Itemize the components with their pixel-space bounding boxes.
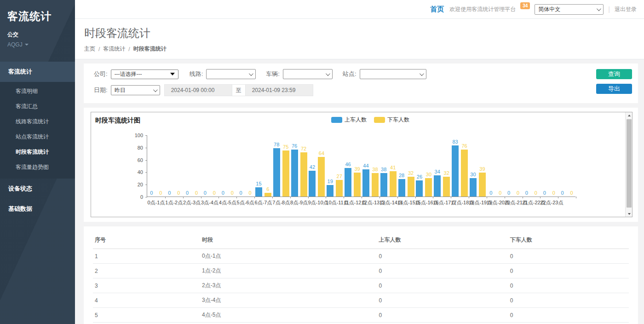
sidebar-logo-area: 客流统计 公交 AQGJ [0, 0, 75, 53]
bar-group: 7672 [290, 135, 308, 197]
bar [416, 180, 423, 197]
bar [282, 150, 289, 197]
bar-column: 0 [201, 191, 208, 197]
chevron-down-icon [419, 71, 424, 76]
table-header-cell: 下车人数 [508, 232, 629, 249]
bar-value-label: 76 [461, 144, 467, 149]
breadcrumb: 主页/客流统计/时段客流统计 [84, 45, 635, 53]
bar-value-label: 0 [231, 191, 234, 196]
bar-group: 1927 [326, 135, 344, 197]
legend-item[interactable]: 上车人数 [331, 116, 367, 124]
chart-legend: 上车人数下车人数 [331, 116, 409, 124]
table-cell: 5 [93, 308, 200, 323]
bar-value-label: 0 [507, 191, 510, 196]
breadcrumb-item[interactable]: 主页 [84, 45, 95, 53]
scrollbar-up-arrow[interactable] [626, 112, 632, 118]
date-to-input[interactable]: 2024-01-09 23:59 [246, 85, 313, 96]
bar-column: 64 [318, 151, 325, 197]
sidebar-item-device-status[interactable]: 设备状态 [0, 179, 75, 199]
x-axis-tick [523, 197, 523, 198]
bar-group: 3841 [380, 135, 397, 197]
date-preset-select[interactable]: 昨日 [111, 85, 160, 95]
bar-group: 00 [540, 135, 558, 197]
content: 公司: ---请选择--- 线路: 车辆: 站点: [75, 59, 644, 324]
breadcrumb-item[interactable]: 客流统计 [103, 45, 125, 53]
bar-value-label: 75 [283, 145, 288, 150]
bar-value-label: 0 [168, 191, 171, 196]
bar-value-label: 0 [249, 191, 252, 196]
table-cell: 0 [508, 293, 629, 308]
bar-column: 0 [541, 191, 548, 197]
home-link[interactable]: 首页 [430, 5, 444, 14]
sidebar-subitem[interactable]: 线路客流统计 [0, 114, 75, 129]
bar [291, 150, 298, 197]
filter-row-1: 公司: ---请选择--- 线路: 车辆: 站点: [94, 69, 632, 79]
bar-value-label: 0 [552, 191, 555, 196]
bar-value-label: 27 [337, 174, 342, 179]
company-select[interactable]: ---请选择--- [111, 69, 178, 79]
legend-item[interactable]: 下车人数 [374, 116, 409, 124]
sidebar-subitem[interactable]: 客流汇总 [0, 99, 75, 114]
x-axis-label: 14点-15点 [397, 199, 415, 206]
date-label: 日期: [94, 86, 108, 94]
chart-scrollbar[interactable] [625, 112, 632, 217]
vehicle-select[interactable] [283, 69, 333, 79]
table-cell: 0点-1点 [200, 249, 377, 264]
bar-value-label: 0 [186, 191, 189, 196]
sidebar-nav: 客流统计 客流明细客流汇总线路客流统计站点客流统计时段客流统计客流量趋势图 设备… [0, 62, 75, 219]
table-cell: 6 [93, 323, 200, 324]
bar [362, 169, 369, 197]
scrollbar-thumb[interactable] [627, 119, 632, 208]
x-axis-label: 9点-10点 [308, 199, 326, 206]
sidebar-subitem[interactable]: 站点客流统计 [0, 129, 75, 145]
sidebar-subitem[interactable]: 客流明细 [0, 84, 75, 99]
topbar-divider: | [608, 6, 610, 13]
bar-value-label: 78 [274, 142, 279, 147]
sidebar-subitem[interactable]: 时段客流统计 [0, 145, 75, 160]
bar [354, 173, 361, 197]
bar-column: 38 [372, 167, 379, 197]
sidebar-subitem[interactable]: 客流量趋势图 [0, 160, 75, 175]
sidebar-item-base-data[interactable]: 基础数据 [0, 199, 75, 219]
scrollbar-down-arrow[interactable] [626, 211, 632, 217]
x-axis-tick [558, 197, 558, 198]
table-row: 65点-6点00 [93, 323, 629, 324]
language-select[interactable]: 简体中文 [535, 4, 604, 15]
bar [408, 177, 414, 197]
sidebar-item-passenger-stats[interactable]: 客流统计 [0, 62, 75, 82]
x-axis-label: 13点-14点 [380, 199, 397, 206]
filter-row-2: 日期: 昨日 2024-01-09 00:00 至 2024-01-09 23:… [94, 84, 632, 96]
line-select[interactable] [206, 69, 256, 79]
user-dropdown[interactable]: AQGJ [7, 41, 68, 48]
bar [336, 180, 343, 197]
table-cell: 1 [93, 249, 200, 264]
bar-value-label: 0 [150, 191, 153, 196]
table-cell: 0 [377, 323, 508, 324]
logout-link[interactable]: 退出登录 [615, 6, 637, 13]
breadcrumb-separator: / [128, 46, 130, 52]
x-axis-tick [183, 197, 184, 198]
bar-group: 7875 [272, 135, 290, 197]
date-from-input[interactable]: 2024-01-09 00:00 [165, 85, 232, 96]
bar [380, 173, 387, 197]
bar-value-label: 0 [535, 191, 537, 196]
bar-group: 3039 [469, 135, 487, 197]
export-button[interactable]: 导出 [596, 84, 632, 94]
bar [443, 177, 450, 197]
bar-value-label: 38 [372, 167, 378, 172]
bar-group: 00 [236, 135, 254, 197]
bar [345, 168, 351, 197]
chevron-down-icon [153, 87, 158, 92]
bar-column: 0 [506, 191, 512, 197]
query-button[interactable]: 查询 [596, 69, 632, 79]
bar-column: 76 [461, 144, 468, 197]
bar-group: 8376 [451, 135, 469, 197]
bar-column: 39 [354, 167, 361, 197]
bar-value-label: 0 [561, 191, 564, 196]
x-axis-label: 8点-9点 [290, 199, 308, 206]
language-select-value: 简体中文 [538, 6, 560, 13]
station-select[interactable] [360, 69, 426, 79]
table-cell: 5点-6点 [200, 323, 377, 324]
bar-value-label: 6 [266, 187, 269, 192]
x-axis-label: 5点-6点 [236, 199, 254, 206]
